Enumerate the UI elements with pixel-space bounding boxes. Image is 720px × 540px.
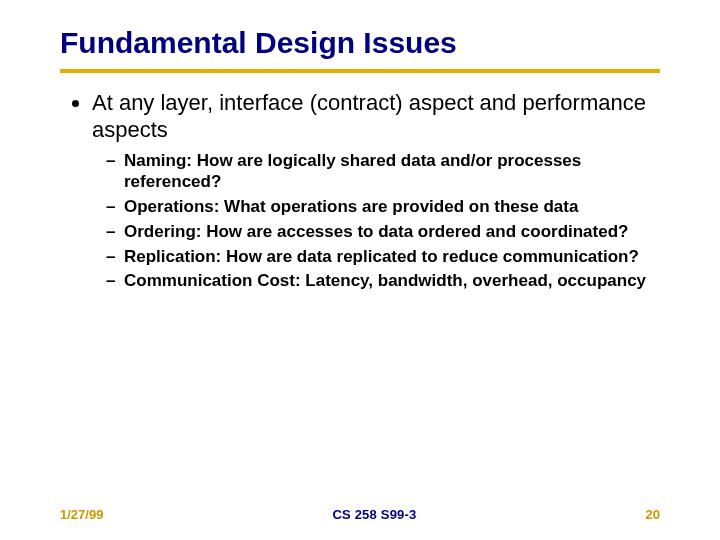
footer-date: 1/27/99 [60,507,103,522]
title-underline [60,69,660,73]
main-bullet: At any layer, interface (contract) aspec… [92,89,660,293]
sub-bullet-list: Naming: How are logically shared data an… [92,150,660,293]
main-bullet-text: At any layer, interface (contract) aspec… [92,90,646,143]
slide-footer: 1/27/99 CS 258 S99-3 20 [0,507,720,522]
title-area: Fundamental Design Issues [0,0,720,61]
slide-title: Fundamental Design Issues [60,26,660,61]
footer-page-number: 20 [646,507,660,522]
sub-bullet: Communication Cost: Latency, bandwidth, … [106,270,660,292]
slide: Fundamental Design Issues At any layer, … [0,0,720,540]
footer-course: CS 258 S99-3 [332,507,416,522]
sub-bullet: Replication: How are data replicated to … [106,246,660,268]
bullet-list: At any layer, interface (contract) aspec… [70,89,660,293]
sub-bullet: Naming: How are logically shared data an… [106,150,660,194]
sub-bullet: Operations: What operations are provided… [106,196,660,218]
slide-body: At any layer, interface (contract) aspec… [0,89,720,293]
sub-bullet: Ordering: How are accesses to data order… [106,221,660,243]
